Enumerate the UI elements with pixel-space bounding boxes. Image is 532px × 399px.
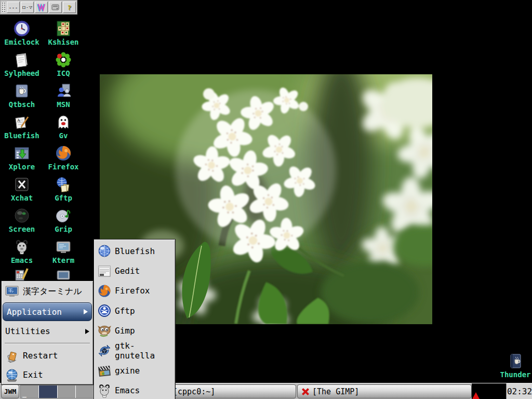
desktop-icon-xchat[interactable]: C Xchat [1,176,43,202]
wnn-w-icon[interactable] [35,2,48,13]
icon-label: Xplore [1,163,43,171]
submenu-arrow-icon [85,329,89,334]
desktop-icon-grip[interactable]: Grip [43,207,84,233]
desktop-icon-gv[interactable]: Gv [43,113,84,140]
pager-desktop-1[interactable]: _ [21,385,38,398]
clock-icon [13,20,31,37]
mail-notes-icon [13,51,31,69]
desktop-icon-firefox[interactable]: Firefox [43,144,84,171]
icon-label: Bluefish [1,131,43,140]
clapperboard-icon [97,364,112,378]
menu-item-application[interactable]: Application [3,302,92,321]
desktop-icon-thunder[interactable]: Thunder [495,352,532,379]
desktop-icon-sylpheed[interactable]: Sylpheed [1,51,43,77]
globe-files-icon [55,176,72,193]
pager-desktop-2[interactable] [38,385,57,398]
menu-item-utilities[interactable]: Utilities [2,322,93,341]
kanji-terminal-icon [5,285,19,298]
icon-label: Sylpheed [1,69,43,77]
load-monitor [472,383,506,399]
desktop-icon-xplore[interactable]: Xplore [1,144,43,171]
desktop-icon-msn[interactable]: MSN [43,82,84,109]
firefox-icon [97,284,112,298]
desktop-icon-qtbsch[interactable]: Qtbsch [1,82,43,109]
desktop-root: { "input_toolbar": { "dash_button": "---… [0,0,532,399]
wilber-icon [97,324,112,338]
icon-label: Kshisen [43,38,84,46]
coffee-cup-icon [13,82,31,100]
icon-label: Emiclock [1,38,43,46]
task-title: [cppc0:~] [173,387,215,396]
submenu-item-bluefish[interactable]: Bluefish [94,240,175,261]
pager-window-marker: _ [22,390,26,397]
messenger-buddies-icon [55,82,72,100]
submenu-item-gimp[interactable]: Gimp [94,321,175,341]
icon-label: Emacs [1,256,43,264]
desktop-icon-emacs[interactable]: Emacs [1,238,43,264]
submenu-item-gedit[interactable]: Gedit [94,261,175,281]
submenu-item-firefox[interactable]: Firefox [94,281,175,301]
desktop-icon-kterm[interactable]: Kterm [43,238,84,264]
clock-text: 02:32 [507,387,532,396]
submenu-item-label: gxine [115,366,140,376]
icon-label: Screen [1,225,43,233]
drive-glyph [51,4,60,11]
menu-item-exit[interactable]: Exit [2,365,93,384]
help-button[interactable]: ? [63,2,76,13]
terminal-monitor-icon [55,238,72,256]
dash-mode-button[interactable]: --- [7,2,20,13]
submenu-item-gxine[interactable]: gxine [94,361,175,380]
dark-sphere-icon [13,207,31,224]
submenu-item-gftp[interactable]: Gftp [94,301,175,321]
menu-item-restart[interactable]: Restart [2,346,93,365]
drive-icon[interactable] [49,2,62,13]
svg-text:C: C [17,184,19,188]
ghost-icon [55,113,72,131]
x-logo-icon: C [13,176,31,193]
text-document-icon [97,264,112,278]
desktop-icon-bluefish[interactable]: A Bluefish [1,113,43,140]
menu-item-label: Restart [23,351,58,361]
person-circle-icon [97,303,112,318]
submenu-item-emacs[interactable]: Emacs [94,381,175,399]
swirl-arrows-icon [97,343,112,358]
taskbar-clock: 02:32 [506,383,532,399]
icon-label: Gftp [43,194,84,202]
submenu-item-label: Gedit [115,266,140,276]
task-button-gimp[interactable]: [The GIMP] [297,384,472,398]
desktop-icon-icq[interactable]: ICQ [43,51,84,77]
restart-tags-icon [5,349,19,363]
icon-label: Gv [43,131,84,140]
toolbar-grip-handle[interactable] [2,2,6,12]
gnu-head-icon [97,383,112,398]
taskbar: JWM _ [cppc0:~] [The GIMP] 02:32 [0,383,532,399]
desktop-pager: _ [20,385,94,398]
menu-item-label: 漢字ターミナル [23,286,82,297]
submenu-arrow-icon [84,309,88,314]
menu-item-kanji-terminal[interactable]: 漢字ターミナル [2,281,93,302]
task-title: [The GIMP] [312,387,359,396]
desktop-icon-emiclock[interactable]: Emiclock [1,20,43,46]
pager-desktop-3[interactable] [57,385,75,398]
jwm-menu-button[interactable]: JWM [1,384,19,398]
submenu-item-label: gtk-gnutella [115,341,172,361]
icon-label: ICQ [43,69,84,77]
submenu-item-label: Emacs [115,385,140,395]
pager-desktop-4[interactable] [75,385,94,398]
desktop-icon-screen[interactable]: Screen [1,207,43,233]
submenu-item-gtk-gnutella[interactable]: gtk-gnutella [94,341,175,361]
firefox-icon [55,144,72,162]
submenu-item-label: Firefox [115,286,150,296]
icon-label: Firefox [43,163,84,171]
desktop-icon-kshisen[interactable]: Kshisen [43,20,84,46]
icon-label: MSN [43,100,84,109]
wnn-w-glyph [37,4,46,11]
desktop-icon-gftp[interactable]: Gftp [43,176,84,202]
icon-label: Grip [43,225,84,233]
icon-label: Qtbsch [1,100,43,109]
romaji-mode-button[interactable]: ロ-マ [21,2,34,13]
menu-item-label: Exit [23,370,43,380]
document-pen-icon: A [13,113,31,131]
blue-globe-icon [97,244,112,258]
submenu-item-label: Gimp [115,326,135,336]
